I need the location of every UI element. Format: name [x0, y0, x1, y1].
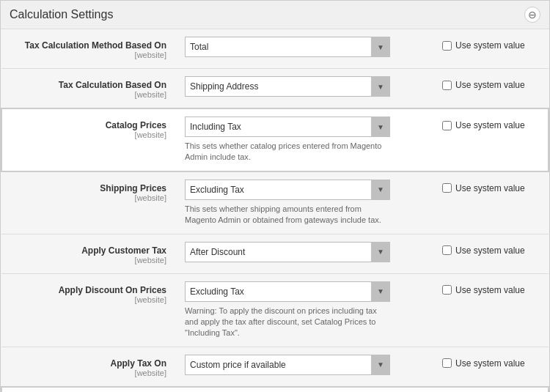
system-value-label[interactable]: Use system value: [442, 80, 538, 90]
select-wrapper: Excluding TaxIncluding Tax▼: [185, 180, 424, 200]
select-apply-tax-on[interactable]: Custom price if availableOriginal price …: [185, 355, 390, 375]
settings-row: Enable Cross Border Trade [website] YesN…: [1, 387, 549, 392]
system-value-label[interactable]: Use system value: [442, 40, 538, 51]
select-container: Shipping AddressBilling AddressShipping …: [185, 76, 390, 97]
field-hint: Warning: To apply the discount on prices…: [185, 306, 390, 339]
select-wrapper: Custom price if availableOriginal price …: [185, 355, 424, 375]
control-cell: Excluding TaxIncluding Tax▼Warning: To a…: [177, 273, 431, 347]
select-container: After DiscountBefore Discount▼: [185, 242, 390, 262]
field-scope: [website]: [12, 90, 166, 99]
system-value-text: Use system value: [455, 40, 525, 51]
system-value-checkbox[interactable]: [442, 285, 452, 295]
collapse-icon[interactable]: ⊖: [524, 7, 540, 23]
field-label: Apply Discount On Prices: [12, 285, 166, 295]
system-value-label[interactable]: Use system value: [442, 285, 538, 295]
section-header: Calculation Settings ⊖: [1, 1, 549, 29]
select-wrapper: Shipping AddressBilling AddressShipping …: [185, 76, 424, 97]
system-value-label[interactable]: Use system value: [442, 358, 538, 369]
select-tax-calc-based-on[interactable]: Shipping AddressBilling AddressShipping …: [185, 76, 390, 97]
settings-row: Apply Tax On [website] Custom price if a…: [1, 347, 549, 387]
system-value-checkbox[interactable]: [442, 183, 452, 193]
control-cell: TotalUnit PriceRow Total▼: [177, 29, 431, 69]
system-value-text: Use system value: [455, 245, 525, 256]
select-shipping-prices[interactable]: Excluding TaxIncluding Tax: [185, 180, 390, 200]
field-label: Tax Calculation Method Based On: [12, 40, 166, 51]
select-wrapper: After DiscountBefore Discount▼: [185, 242, 424, 262]
field-hint: This sets whether catalog prices entered…: [185, 141, 390, 163]
select-apply-discount-on-prices[interactable]: Excluding TaxIncluding Tax: [185, 281, 390, 302]
section-title: Calculation Settings: [10, 8, 113, 21]
page-container: Calculation Settings ⊖ Tax Calculation M…: [0, 0, 550, 392]
system-value-cell: Use system value: [431, 108, 549, 171]
settings-table: Tax Calculation Method Based On [website…: [1, 29, 549, 392]
select-wrapper: TotalUnit PriceRow Total▼: [185, 37, 424, 57]
field-scope: [website]: [12, 193, 166, 202]
system-value-cell: Use system value: [431, 387, 549, 392]
select-tax-calc-method[interactable]: TotalUnit PriceRow Total: [185, 37, 390, 57]
system-value-cell: Use system value: [431, 29, 549, 69]
system-value-cell: Use system value: [431, 171, 549, 234]
label-cell: Shipping Prices [website]: [1, 171, 177, 234]
system-value-checkbox[interactable]: [442, 121, 452, 130]
field-scope: [website]: [12, 51, 166, 59]
system-value-label[interactable]: Use system value: [442, 120, 537, 130]
field-scope: [website]: [12, 256, 166, 265]
field-label: Catalog Prices: [13, 120, 166, 130]
select-wrapper: Excluding TaxIncluding Tax▼: [185, 117, 424, 137]
system-value-text: Use system value: [455, 183, 525, 193]
label-cell: Enable Cross Border Trade [website]: [1, 387, 177, 392]
system-value-checkbox[interactable]: [442, 245, 452, 255]
field-scope: [website]: [12, 295, 166, 304]
field-label: Tax Calculation Based On: [12, 80, 166, 90]
label-cell: Apply Tax On [website]: [1, 347, 177, 387]
system-value-text: Use system value: [455, 285, 525, 295]
select-container: TotalUnit PriceRow Total▼: [185, 37, 390, 57]
system-value-checkbox[interactable]: [442, 81, 452, 90]
control-cell: Excluding TaxIncluding Tax▼This sets whe…: [177, 108, 431, 171]
control-cell: Excluding TaxIncluding Tax▼This sets whe…: [177, 171, 431, 234]
control-cell: YesNo▲When catalog price includes tax, e…: [177, 387, 431, 392]
settings-row: Tax Calculation Based On [website] Shipp…: [1, 69, 549, 109]
label-cell: Apply Customer Tax [website]: [1, 234, 177, 273]
control-cell: After DiscountBefore Discount▼: [177, 234, 431, 273]
label-cell: Catalog Prices [website]: [1, 108, 177, 171]
system-value-cell: Use system value: [431, 273, 549, 347]
system-value-label[interactable]: Use system value: [442, 245, 538, 256]
system-value-cell: Use system value: [431, 347, 549, 387]
settings-row: Catalog Prices [website] Excluding TaxIn…: [1, 108, 549, 171]
select-container: Custom price if availableOriginal price …: [185, 355, 390, 375]
select-wrapper: Excluding TaxIncluding Tax▼: [185, 281, 424, 302]
label-cell: Tax Calculation Method Based On [website…: [1, 29, 177, 69]
system-value-checkbox[interactable]: [442, 358, 452, 368]
label-cell: Apply Discount On Prices [website]: [1, 273, 177, 347]
field-scope: [website]: [13, 130, 166, 139]
system-value-cell: Use system value: [431, 234, 549, 273]
system-value-cell: Use system value: [431, 69, 549, 109]
settings-row: Apply Customer Tax [website] After Disco…: [1, 234, 549, 273]
system-value-text: Use system value: [455, 358, 525, 369]
select-container: Excluding TaxIncluding Tax▼: [185, 281, 390, 302]
system-value-checkbox[interactable]: [442, 41, 452, 51]
label-cell: Tax Calculation Based On [website]: [1, 69, 177, 109]
field-label: Apply Customer Tax: [12, 245, 166, 256]
field-label: Apply Tax On: [12, 358, 166, 369]
select-container: Excluding TaxIncluding Tax▼: [185, 180, 390, 200]
field-label: Shipping Prices: [12, 183, 166, 193]
select-catalog-prices[interactable]: Excluding TaxIncluding Tax: [185, 117, 390, 137]
select-apply-customer-tax[interactable]: After DiscountBefore Discount: [185, 242, 390, 262]
control-cell: Custom price if availableOriginal price …: [177, 347, 431, 387]
system-value-text: Use system value: [455, 80, 525, 90]
control-cell: Shipping AddressBilling AddressShipping …: [177, 69, 431, 109]
settings-row: Apply Discount On Prices [website] Exclu…: [1, 273, 549, 347]
select-container: Excluding TaxIncluding Tax▼: [185, 117, 390, 137]
field-scope: [website]: [12, 369, 166, 377]
field-hint: This sets whether shipping amounts enter…: [185, 204, 390, 226]
settings-row: Tax Calculation Method Based On [website…: [1, 29, 549, 69]
settings-row: Shipping Prices [website] Excluding TaxI…: [1, 171, 549, 234]
system-value-label[interactable]: Use system value: [442, 183, 538, 193]
system-value-text: Use system value: [455, 120, 525, 130]
